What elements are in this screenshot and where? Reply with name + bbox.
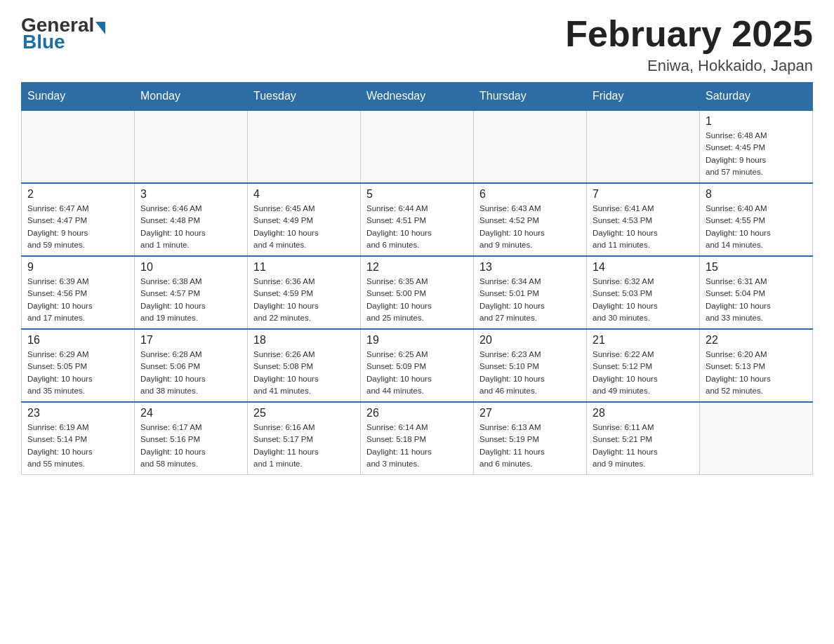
day-cell: 6Sunrise: 6:43 AMSunset: 4:52 PMDaylight… [474,183,587,256]
day-cell: 9Sunrise: 6:39 AMSunset: 4:56 PMDaylight… [22,256,135,329]
day-number: 21 [593,334,694,347]
day-number: 18 [253,334,355,347]
day-info: Sunrise: 6:36 AMSunset: 4:59 PMDaylight:… [253,276,355,324]
day-cell [135,110,248,183]
day-number: 7 [593,188,694,201]
day-info: Sunrise: 6:34 AMSunset: 5:01 PMDaylight:… [479,276,581,324]
page-header: General Blue February 2025 Eniwa, Hokkai… [21,14,813,75]
day-cell [474,110,587,183]
day-info: Sunrise: 6:17 AMSunset: 5:16 PMDaylight:… [140,422,241,470]
day-number: 19 [366,334,468,347]
week-row-3: 9Sunrise: 6:39 AMSunset: 4:56 PMDaylight… [22,256,813,329]
day-number: 23 [27,407,128,420]
day-number: 11 [253,261,355,274]
day-cell: 1Sunrise: 6:48 AMSunset: 4:45 PMDaylight… [700,110,813,183]
weekday-header-tuesday: Tuesday [248,83,361,111]
day-number: 24 [140,407,241,420]
day-info: Sunrise: 6:16 AMSunset: 5:17 PMDaylight:… [253,422,355,470]
day-info: Sunrise: 6:22 AMSunset: 5:12 PMDaylight:… [593,349,694,397]
month-title: February 2025 [565,14,813,54]
logo-arrow-icon [95,22,105,34]
day-number: 9 [27,261,128,274]
day-info: Sunrise: 6:43 AMSunset: 4:52 PMDaylight:… [479,203,581,251]
weekday-header-saturday: Saturday [700,83,813,111]
week-row-5: 23Sunrise: 6:19 AMSunset: 5:14 PMDayligh… [22,402,813,475]
day-cell: 4Sunrise: 6:45 AMSunset: 4:49 PMDaylight… [248,183,361,256]
day-info: Sunrise: 6:14 AMSunset: 5:18 PMDaylight:… [366,422,468,470]
day-cell [361,110,474,183]
day-cell: 19Sunrise: 6:25 AMSunset: 5:09 PMDayligh… [361,329,474,402]
day-cell: 8Sunrise: 6:40 AMSunset: 4:55 PMDaylight… [700,183,813,256]
day-cell: 16Sunrise: 6:29 AMSunset: 5:05 PMDayligh… [22,329,135,402]
day-number: 20 [479,334,581,347]
day-cell: 21Sunrise: 6:22 AMSunset: 5:12 PMDayligh… [587,329,700,402]
day-number: 17 [140,334,241,347]
day-info: Sunrise: 6:19 AMSunset: 5:14 PMDaylight:… [27,422,128,470]
day-number: 27 [479,407,581,420]
weekday-header-friday: Friday [587,83,700,111]
day-cell: 20Sunrise: 6:23 AMSunset: 5:10 PMDayligh… [474,329,587,402]
day-cell: 13Sunrise: 6:34 AMSunset: 5:01 PMDayligh… [474,256,587,329]
day-info: Sunrise: 6:46 AMSunset: 4:48 PMDaylight:… [140,203,241,251]
week-row-2: 2Sunrise: 6:47 AMSunset: 4:47 PMDaylight… [22,183,813,256]
day-number: 26 [366,407,468,420]
day-cell [587,110,700,183]
day-cell: 15Sunrise: 6:31 AMSunset: 5:04 PMDayligh… [700,256,813,329]
logo: General Blue [21,14,107,53]
day-cell: 22Sunrise: 6:20 AMSunset: 5:13 PMDayligh… [700,329,813,402]
day-info: Sunrise: 6:20 AMSunset: 5:13 PMDaylight:… [706,349,807,397]
day-info: Sunrise: 6:47 AMSunset: 4:47 PMDaylight:… [27,203,128,251]
day-number: 2 [27,188,128,201]
day-cell: 24Sunrise: 6:17 AMSunset: 5:16 PMDayligh… [135,402,248,475]
day-cell: 25Sunrise: 6:16 AMSunset: 5:17 PMDayligh… [248,402,361,475]
day-info: Sunrise: 6:40 AMSunset: 4:55 PMDaylight:… [706,203,807,251]
week-row-1: 1Sunrise: 6:48 AMSunset: 4:45 PMDaylight… [22,110,813,183]
day-cell: 28Sunrise: 6:11 AMSunset: 5:21 PMDayligh… [587,402,700,475]
location: Eniwa, Hokkaido, Japan [565,57,813,75]
day-info: Sunrise: 6:25 AMSunset: 5:09 PMDaylight:… [366,349,468,397]
day-cell: 10Sunrise: 6:38 AMSunset: 4:57 PMDayligh… [135,256,248,329]
logo-blue-text: Blue [22,31,65,53]
day-info: Sunrise: 6:48 AMSunset: 4:45 PMDaylight:… [706,130,807,178]
day-number: 28 [593,407,694,420]
week-row-4: 16Sunrise: 6:29 AMSunset: 5:05 PMDayligh… [22,329,813,402]
day-info: Sunrise: 6:39 AMSunset: 4:56 PMDaylight:… [27,276,128,324]
title-section: February 2025 Eniwa, Hokkaido, Japan [565,14,813,75]
day-info: Sunrise: 6:31 AMSunset: 5:04 PMDaylight:… [706,276,807,324]
day-number: 13 [479,261,581,274]
day-cell: 7Sunrise: 6:41 AMSunset: 4:53 PMDaylight… [587,183,700,256]
day-cell: 12Sunrise: 6:35 AMSunset: 5:00 PMDayligh… [361,256,474,329]
day-number: 25 [253,407,355,420]
weekday-header-wednesday: Wednesday [361,83,474,111]
day-info: Sunrise: 6:23 AMSunset: 5:10 PMDaylight:… [479,349,581,397]
day-number: 12 [366,261,468,274]
day-cell: 23Sunrise: 6:19 AMSunset: 5:14 PMDayligh… [22,402,135,475]
day-number: 1 [706,115,807,128]
day-number: 3 [140,188,241,201]
day-cell: 26Sunrise: 6:14 AMSunset: 5:18 PMDayligh… [361,402,474,475]
day-cell [248,110,361,183]
weekday-header-monday: Monday [135,83,248,111]
day-info: Sunrise: 6:26 AMSunset: 5:08 PMDaylight:… [253,349,355,397]
day-info: Sunrise: 6:35 AMSunset: 5:00 PMDaylight:… [366,276,468,324]
day-info: Sunrise: 6:44 AMSunset: 4:51 PMDaylight:… [366,203,468,251]
day-number: 5 [366,188,468,201]
day-cell: 14Sunrise: 6:32 AMSunset: 5:03 PMDayligh… [587,256,700,329]
day-info: Sunrise: 6:13 AMSunset: 5:19 PMDaylight:… [479,422,581,470]
day-cell: 27Sunrise: 6:13 AMSunset: 5:19 PMDayligh… [474,402,587,475]
day-number: 4 [253,188,355,201]
day-info: Sunrise: 6:11 AMSunset: 5:21 PMDaylight:… [593,422,694,470]
weekday-header-sunday: Sunday [22,83,135,111]
weekday-header-row: SundayMondayTuesdayWednesdayThursdayFrid… [22,83,813,111]
day-info: Sunrise: 6:41 AMSunset: 4:53 PMDaylight:… [593,203,694,251]
day-info: Sunrise: 6:45 AMSunset: 4:49 PMDaylight:… [253,203,355,251]
day-number: 8 [706,188,807,201]
calendar-table: SundayMondayTuesdayWednesdayThursdayFrid… [21,82,813,475]
day-cell: 3Sunrise: 6:46 AMSunset: 4:48 PMDaylight… [135,183,248,256]
day-number: 15 [706,261,807,274]
day-number: 10 [140,261,241,274]
day-cell: 5Sunrise: 6:44 AMSunset: 4:51 PMDaylight… [361,183,474,256]
day-cell [22,110,135,183]
day-info: Sunrise: 6:38 AMSunset: 4:57 PMDaylight:… [140,276,241,324]
day-cell: 17Sunrise: 6:28 AMSunset: 5:06 PMDayligh… [135,329,248,402]
